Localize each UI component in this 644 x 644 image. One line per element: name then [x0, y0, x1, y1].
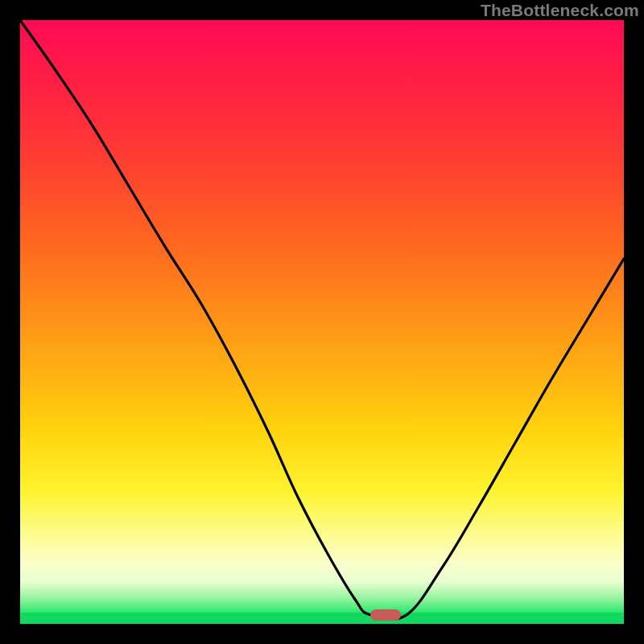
- optimal-marker: [370, 609, 401, 621]
- green-baseline-strip: [20, 613, 624, 624]
- watermark-text: TheBottleneck.com: [481, 1, 639, 20]
- chart-frame: TheBottleneck.com: [0, 0, 644, 644]
- plot-area: [20, 20, 624, 624]
- gradient-background: [20, 20, 624, 624]
